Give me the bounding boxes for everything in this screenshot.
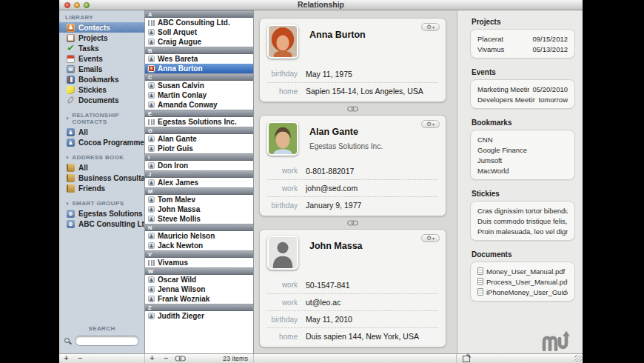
sidebar-item-contacts[interactable]: ♟Contacts (59, 22, 144, 33)
person-icon: ♟ (148, 286, 155, 293)
contact-row-don-iron[interactable]: ♟Don Iron (145, 161, 253, 170)
contact-name: John Massa (309, 241, 363, 251)
remove-group-button[interactable]: − (73, 354, 87, 363)
panel-row[interactable]: CNN (477, 134, 568, 144)
card-actions-button[interactable]: ⚙▾ (421, 234, 440, 242)
close-button[interactable] (64, 2, 70, 8)
contact-row-jack-newton[interactable]: ♟Jack Newton (145, 241, 253, 250)
address-book-icon (67, 174, 75, 182)
remove-contact-button[interactable]: − (159, 354, 173, 363)
panel-card: Cras dignissim tortor bibendum quam orn.… (470, 201, 575, 241)
letter-header-c: C (145, 73, 253, 81)
person-icon: ♟ (148, 136, 155, 142)
sidebar-section-header[interactable]: ▼RELATIONSHIP CONTACTS (59, 105, 144, 127)
panel-row[interactable]: Developers Meeting tomorrow (477, 94, 568, 104)
sidebar-item-documents[interactable]: Documents (59, 95, 144, 105)
zoom-button[interactable] (84, 2, 90, 8)
contact-row-susan-calvin[interactable]: ♟Susan Calvin (145, 81, 253, 90)
panel-row[interactable]: Marketing Meeting 05/20/2010 (477, 84, 568, 94)
edit-compose-icon[interactable] (463, 356, 470, 362)
contact-row-craig-augue[interactable]: ♟Craig Augue (145, 37, 253, 47)
panel-row[interactable]: Process_User_Manual.pdf (477, 276, 568, 287)
panel-row[interactable]: Money_User_Manual.pdf (477, 266, 568, 276)
contact-row-egestas-solutions-inc[interactable]: Egestas Solutions Inc. (145, 117, 253, 127)
contact-row-oscar-wild[interactable]: ♟Oscar Wild (145, 275, 253, 284)
panel-row[interactable]: Vivamus 05/13/2012 (477, 44, 568, 54)
panel-title: Projects (472, 18, 575, 26)
panel-row[interactable]: Duis commodo tristique felis, ac consect… (477, 216, 568, 226)
sidebar-item-stickies[interactable]: Stickies (59, 84, 144, 95)
panel-row[interactable]: iPhoneMoney_User_Guide.pdf (477, 287, 568, 297)
contact-row-wes-bareta[interactable]: ♟Wes Bareta (145, 54, 253, 64)
card-actions-button[interactable]: ⚙▾ (421, 120, 440, 128)
contact-row-judith-zieger[interactable]: ♟Judith Zieger (145, 311, 253, 321)
letter-header-m: M (145, 187, 253, 195)
sidebar-section-header[interactable]: ▼SMART GROUPS (59, 193, 144, 208)
field-label: birthday (267, 316, 306, 324)
panel-card: Marketing Meeting 05/20/2010 Developers … (470, 79, 575, 109)
field-label: work (267, 167, 306, 175)
letter-header-b: B (145, 47, 253, 54)
sidebar-item-all[interactable]: All (59, 162, 144, 173)
panel-row[interactable]: Jumsoft (477, 155, 568, 165)
letter-header-v: V (145, 250, 253, 258)
panel-row[interactable]: Google Finance (477, 144, 568, 155)
resize-grip[interactable] (574, 355, 582, 362)
panel-row[interactable]: Placerat 09/15/2012 (477, 33, 568, 44)
sidebar-item-business-consultants[interactable]: Business Consultants (59, 173, 144, 183)
add-group-button[interactable]: + (59, 354, 73, 363)
sidebar-item-bookmarks[interactable]: Bookmarks (59, 74, 144, 84)
stickies-icon (67, 86, 75, 94)
search-header: SEARCH (59, 325, 144, 332)
person-icon: ♟ (148, 56, 155, 62)
titlebar[interactable]: Relationship (59, 0, 583, 10)
contact-row-alex-james[interactable]: ♟Alex James (145, 178, 253, 187)
panel-row[interactable]: Proin malesuada, leo vel dignissim pulvi… (477, 226, 568, 236)
contact-row-martin-conlay[interactable]: ♟Martin Conlay (145, 90, 253, 100)
sidebar-item-projects[interactable]: Projects (59, 33, 144, 43)
contact-row-frank-wozniak[interactable]: ♟Frank Wozniak (145, 294, 253, 304)
sidebar-section-relationship-contacts: ▼RELATIONSHIP CONTACTS ♟All ♟Cocoa Progr… (59, 105, 144, 147)
contact-row-soll-arquet[interactable]: ♟Soll Arquet (145, 27, 253, 37)
events-icon (67, 55, 75, 63)
sidebar-item-all[interactable]: ♟All (59, 127, 144, 137)
disclosure-triangle-icon: ▼ (65, 116, 70, 121)
sidebar-item-tasks[interactable]: ✔Tasks (59, 43, 144, 53)
letter-header-i: I (145, 153, 253, 161)
minimize-button[interactable] (74, 2, 80, 8)
chain-link-icon[interactable] (173, 356, 187, 362)
sidebar-item-friends[interactable]: Friends (59, 183, 144, 193)
contact-row-anna-burton[interactable]: Anna Burton (145, 64, 253, 73)
contact-row-tom-malev[interactable]: ♟Tom Malev (145, 195, 253, 204)
panel-row[interactable]: MacWorld (477, 165, 568, 176)
contact-row-vivamus[interactable]: Vivamus (145, 258, 253, 267)
add-contact-button[interactable]: + (145, 354, 159, 363)
contact-row-jenna-wilson[interactable]: ♟Jenna Wilson (145, 284, 253, 294)
disclosure-triangle-icon: ▼ (65, 156, 70, 160)
screen: Relationship LIBRARY ♟Contacts Projects … (0, 0, 644, 363)
panel-row[interactable]: Cras dignissim tortor bibendum quam orn.… (477, 205, 568, 216)
window-title: Relationship (59, 0, 583, 10)
contact-row-amanda-conway[interactable]: ♟Amanda Conway (145, 100, 253, 110)
contact-row-abc-consulting-ltd[interactable]: ABC Consulting Ltd. (145, 18, 253, 27)
contact-card-alan-gante: ⚙▾ Alan Gante Egestas Solutions Inc. wor… (259, 115, 446, 216)
search-input[interactable] (75, 336, 139, 346)
contact-row-john-massa[interactable]: ♟John Massa (145, 204, 253, 214)
sidebar-item-abc-consulting-ltd[interactable]: ⚙ABC Consulting Ltd. (59, 219, 144, 229)
sidebar-section-address-book: ▼ADDRESS BOOK All Business Consultants F… (59, 147, 144, 193)
contact-row-piotr-guis[interactable]: ♟Piotr Guis (145, 144, 253, 153)
card-actions-button[interactable]: ⚙▾ (421, 23, 440, 31)
sidebar-item-cocoa-programmers[interactable]: ♟Cocoa Programmers (59, 137, 144, 147)
sidebar-item-events[interactable]: Events (59, 53, 144, 64)
caret-down-icon: ▾ (432, 236, 435, 241)
contact-row-alan-gante[interactable]: ♟Alan Gante (145, 134, 253, 144)
sidebar-section-header[interactable]: ▼ADDRESS BOOK (59, 147, 144, 162)
panel-title: Stickies (472, 190, 575, 198)
person-icon: ♟ (148, 216, 155, 222)
paperclip-icon (67, 96, 75, 104)
sidebar-item-emails[interactable]: ✉Emails (59, 64, 144, 74)
contact-row-steve-mollis[interactable]: ♟Steve Mollis (145, 214, 253, 224)
contact-row-mauricio-nelson[interactable]: ♟Mauricio Nelson (145, 231, 253, 241)
sidebar-item-egestas-solutions-inc[interactable]: ⚙Egestas Solutions Inc. (59, 208, 144, 219)
person-icon: ♟ (148, 296, 155, 302)
